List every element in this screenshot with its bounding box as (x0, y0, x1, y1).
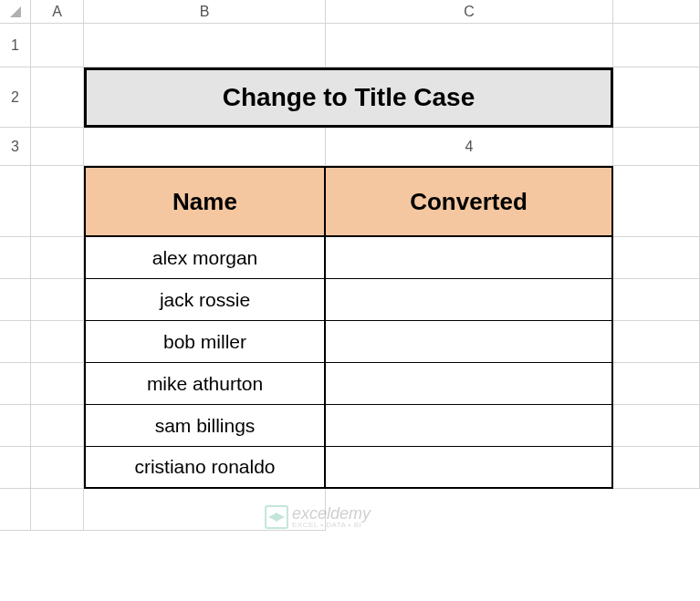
converted-cell[interactable] (326, 447, 613, 489)
converted-cell[interactable] (326, 363, 613, 405)
converted-cell[interactable] (326, 321, 613, 363)
converted-cell[interactable] (326, 279, 613, 321)
cell-a1[interactable] (31, 24, 84, 67)
cell-b5[interactable] (0, 237, 31, 279)
cell-c5[interactable] (31, 237, 84, 279)
cell-extra2[interactable] (613, 67, 700, 128)
cell-a10[interactable] (613, 405, 700, 447)
converted-cell[interactable] (326, 237, 613, 279)
col-header-extra[interactable] (613, 0, 700, 24)
cell-a7[interactable] (613, 279, 700, 321)
cell-a8[interactable] (613, 321, 700, 363)
name-cell[interactable]: mike athurton (84, 363, 326, 405)
row-header-4[interactable]: 4 (326, 128, 613, 166)
row-header-1[interactable]: 1 (0, 24, 31, 67)
cell-b8[interactable] (0, 363, 31, 405)
table-row: alex morgan (84, 237, 613, 279)
name-cell[interactable]: cristiano ronaldo (84, 447, 326, 489)
cell-a9[interactable] (613, 363, 700, 405)
cell-b1[interactable] (84, 24, 326, 67)
name-cell[interactable]: sam billings (84, 405, 326, 447)
cell-extra3[interactable] (84, 128, 326, 166)
cell-extra1[interactable] (613, 24, 700, 67)
table-row: cristiano ronaldo (84, 447, 613, 489)
table-row: sam billings (84, 405, 613, 447)
cell-c9[interactable] (31, 405, 84, 447)
watermark-icon (265, 505, 288, 529)
select-all-corner[interactable] (0, 0, 31, 24)
converted-cell[interactable] (326, 405, 613, 447)
cell-a3[interactable] (31, 128, 84, 166)
row-header-2[interactable]: 2 (0, 67, 31, 128)
watermark-text: exceldemy EXCEL • DATA • BI (292, 505, 371, 529)
header-converted[interactable]: Converted (326, 166, 613, 237)
cell-a4[interactable] (613, 128, 700, 166)
title-cell[interactable]: Change to Title Case (84, 67, 613, 128)
cell-b6[interactable] (0, 279, 31, 321)
name-cell[interactable]: jack rossie (84, 279, 326, 321)
table-row: jack rossie (84, 279, 613, 321)
header-name[interactable]: Name (84, 166, 326, 237)
table-header-row: Name Converted (84, 166, 613, 237)
cell-c10[interactable] (31, 447, 84, 489)
col-header-b[interactable]: B (84, 0, 326, 24)
table-row: bob miller (84, 321, 613, 363)
cell-b11[interactable] (0, 489, 31, 531)
cell-c6[interactable] (31, 279, 84, 321)
cell-a6[interactable] (613, 237, 700, 279)
cell-b4[interactable] (0, 166, 31, 237)
cell-a11[interactable] (613, 447, 700, 489)
cell-a2[interactable] (31, 67, 84, 128)
name-cell[interactable]: bob miller (84, 321, 326, 363)
cell-c8[interactable] (31, 363, 84, 405)
watermark-main: exceldemy (292, 505, 371, 522)
cell-b7[interactable] (0, 321, 31, 363)
table-row: mike athurton (84, 363, 613, 405)
cell-b10[interactable] (0, 447, 31, 489)
col-header-c[interactable]: C (326, 0, 613, 24)
watermark-sub: EXCEL • DATA • BI (292, 522, 371, 529)
cell-b9[interactable] (0, 405, 31, 447)
cell-c4[interactable] (31, 166, 84, 237)
cell-a5[interactable] (613, 166, 700, 237)
data-table: Name Converted alex morgan jack rossie b… (84, 166, 613, 489)
cell-c7[interactable] (31, 321, 84, 363)
cell-c1[interactable] (326, 24, 613, 67)
col-header-a[interactable]: A (31, 0, 84, 24)
cell-c11[interactable] (31, 489, 84, 531)
row-header-3[interactable]: 3 (0, 128, 31, 166)
watermark: exceldemy EXCEL • DATA • BI (265, 505, 371, 529)
name-cell[interactable]: alex morgan (84, 237, 326, 279)
